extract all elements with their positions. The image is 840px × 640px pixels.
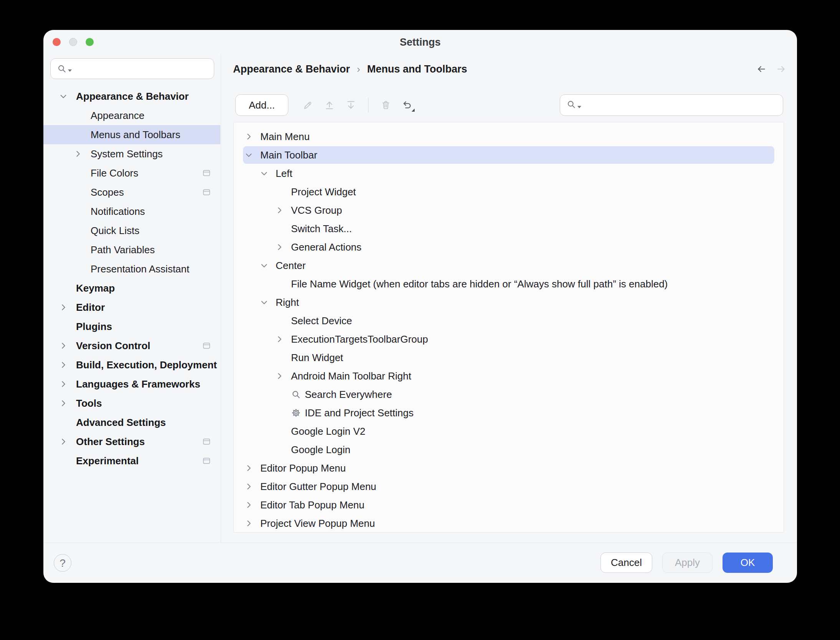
tree-row-google-login[interactable]: Google Login	[234, 440, 784, 459]
tree-row-center[interactable]: Center	[234, 256, 784, 275]
tree-row-project-widget[interactable]: Project Widget	[234, 183, 784, 201]
tree-row-general-actions[interactable]: General Actions	[234, 238, 784, 256]
tree-search-input[interactable]	[585, 99, 777, 111]
chevron-right-icon[interactable]	[59, 361, 68, 369]
sidebar-item-label: File Colors	[91, 167, 138, 179]
ok-button[interactable]: OK	[723, 553, 773, 573]
tree-row-search-everywhere[interactable]: Search Everywhere	[234, 385, 784, 404]
sidebar-item-other-settings[interactable]: Other Settings	[43, 432, 220, 451]
tree-row-editor-gutter-popup-menu[interactable]: Editor Gutter Popup Menu	[234, 477, 784, 496]
content-area: Appearance & Behavior › Menus and Toolba…	[222, 54, 797, 543]
sidebar-item-scopes[interactable]: Scopes	[43, 183, 220, 202]
chevron-down-icon[interactable]	[59, 92, 68, 101]
tree-row-editor-popup-menu[interactable]: Editor Popup Menu	[234, 459, 784, 477]
tree-row-label: Editor Popup Menu	[260, 462, 346, 474]
tree-row-label: Main Menu	[260, 131, 310, 143]
tree-row-project-view-popup-menu[interactable]: Project View Popup Menu	[234, 514, 784, 533]
tree-row-file-name-widget-when-editor-tabs-are-hi[interactable]: File Name Widget (when editor tabs are h…	[234, 275, 784, 293]
chevron-right-icon[interactable]	[59, 380, 68, 388]
sidebar-item-path-variables[interactable]: Path Variables	[43, 240, 220, 259]
chevron-right-icon[interactable]	[59, 303, 68, 312]
tree-row-google-login-v2[interactable]: Google Login V2	[234, 422, 784, 440]
delete-trash-icon[interactable]	[380, 99, 392, 111]
move-down-icon[interactable]	[345, 99, 357, 111]
chevron-down-icon[interactable]	[260, 261, 268, 270]
history-nav	[756, 54, 786, 84]
tree-row-switch-task[interactable]: Switch Task...	[234, 219, 784, 238]
cancel-button[interactable]: Cancel	[600, 553, 652, 573]
chevron-right-icon[interactable]	[59, 341, 68, 350]
edit-pencil-icon[interactable]	[302, 99, 314, 111]
sidebar-item-languages-frameworks[interactable]: Languages & Frameworks	[43, 374, 220, 394]
tree-row-label: Project View Popup Menu	[260, 518, 375, 529]
sidebar-item-file-colors[interactable]: File Colors	[43, 163, 220, 183]
sidebar-item-appearance[interactable]: Appearance	[43, 106, 220, 125]
revert-undo-icon[interactable]	[402, 99, 413, 111]
sidebar-item-experimental[interactable]: Experimental	[43, 451, 220, 470]
tree-search-field[interactable]	[560, 94, 783, 116]
chevron-right-icon[interactable]	[245, 501, 253, 509]
tree-row-label: Main Toolbar	[260, 149, 317, 161]
help-button[interactable]: ?	[54, 554, 71, 572]
tree-row-run-widget[interactable]: Run Widget	[234, 348, 784, 367]
sidebar-item-editor[interactable]: Editor	[43, 298, 220, 317]
tree-row-label: Left	[276, 168, 292, 180]
sidebar-item-advanced-settings[interactable]: Advanced Settings	[43, 413, 220, 432]
sidebar-item-label: System Settings	[91, 148, 163, 160]
sidebar-item-keymap[interactable]: Keymap	[43, 279, 220, 298]
chevron-spacer	[275, 353, 284, 362]
chevron-right-icon[interactable]	[245, 132, 253, 141]
chevron-right-icon[interactable]	[245, 519, 253, 528]
sidebar-item-tools[interactable]: Tools	[43, 394, 220, 413]
forward-arrow-icon[interactable]	[776, 64, 786, 74]
sidebar-item-plugins[interactable]: Plugins	[43, 317, 220, 336]
chevron-spacer	[74, 246, 82, 254]
tree-row-select-device[interactable]: Select Device	[234, 312, 784, 330]
sidebar-item-menus-and-toolbars[interactable]: Menus and Toolbars	[43, 125, 220, 144]
chevron-right-icon[interactable]	[74, 150, 82, 158]
chevron-right-icon[interactable]	[245, 464, 253, 472]
breadcrumb-root[interactable]: Appearance & Behavior	[233, 63, 350, 75]
sidebar-item-notifications[interactable]: Notifications	[43, 202, 220, 221]
tree-row-label: Switch Task...	[291, 223, 352, 235]
sidebar-search-input[interactable]	[76, 63, 208, 75]
sidebar-item-label: Appearance & Behavior	[76, 91, 189, 102]
sidebar-item-system-settings[interactable]: System Settings	[43, 144, 220, 163]
tree-row-editor-tab-popup-menu[interactable]: Editor Tab Popup Menu	[234, 496, 784, 514]
tree-row-main-menu[interactable]: Main Menu	[234, 127, 784, 146]
chevron-right-icon[interactable]	[245, 482, 253, 491]
tree-row-vcs-group[interactable]: VCS Group	[234, 201, 784, 219]
move-up-icon[interactable]	[324, 99, 335, 111]
chevron-right-icon[interactable]	[275, 243, 284, 251]
sidebar-item-label: Editor	[76, 302, 105, 313]
chevron-right-icon[interactable]	[275, 335, 284, 343]
sidebar-item-build-execution-deployment[interactable]: Build, Execution, Deployment	[43, 355, 220, 374]
chevron-right-icon[interactable]	[59, 437, 68, 446]
tree-row-main-toolbar[interactable]: Main Toolbar	[234, 146, 784, 164]
tree-row-left[interactable]: Left	[234, 164, 784, 183]
sidebar-item-label: Advanced Settings	[76, 417, 166, 429]
tree-row-ide-and-project-settings[interactable]: IDE and Project Settings	[234, 404, 784, 422]
apply-button[interactable]: Apply	[662, 553, 713, 573]
chevron-down-icon[interactable]	[260, 169, 268, 178]
chevron-right-icon[interactable]	[275, 372, 284, 380]
tree-row-android-main-toolbar-right[interactable]: Android Main Toolbar Right	[234, 367, 784, 385]
sidebar-item-presentation-assistant[interactable]: Presentation Assistant	[43, 259, 220, 279]
chevron-down-icon[interactable]	[260, 298, 268, 307]
tree-row-label: Android Main Toolbar Right	[291, 370, 411, 382]
sidebar-item-appearance-behavior[interactable]: Appearance & Behavior	[43, 87, 220, 106]
tree-row-label: Google Login V2	[291, 426, 365, 437]
tree-row-right[interactable]: Right	[234, 293, 784, 312]
add-button[interactable]: Add...	[235, 94, 288, 116]
tree-row-executiontargetstoolbargroup[interactable]: ExecutionTargetsToolbarGroup	[234, 330, 784, 348]
search-options-caret-icon[interactable]	[68, 69, 72, 72]
chevron-right-icon[interactable]	[275, 206, 284, 214]
back-arrow-icon[interactable]	[756, 64, 766, 74]
search-options-caret-icon[interactable]	[577, 106, 581, 108]
sidebar-search-field[interactable]	[50, 58, 214, 79]
sidebar-item-version-control[interactable]: Version Control	[43, 336, 220, 355]
sidebar-item-quick-lists[interactable]: Quick Lists	[43, 221, 220, 240]
chevron-down-icon[interactable]	[245, 151, 253, 159]
window-title: Settings	[43, 30, 797, 54]
chevron-right-icon[interactable]	[59, 399, 68, 407]
